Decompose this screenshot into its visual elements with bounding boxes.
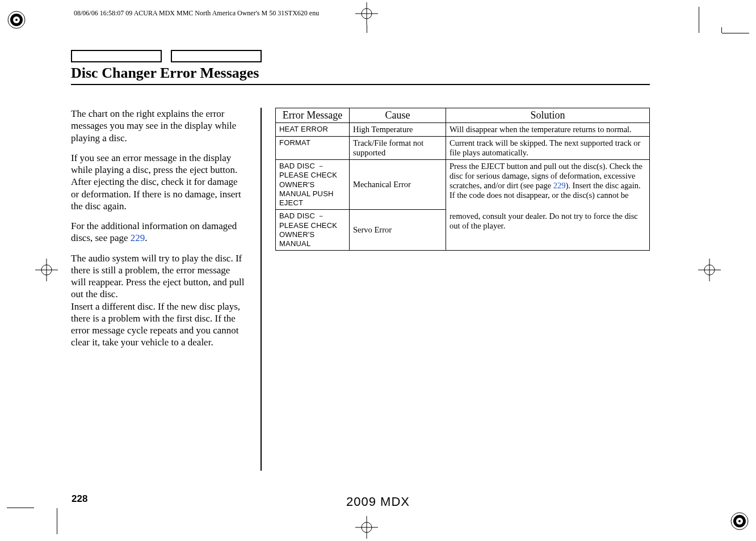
table-row: FORMAT Track/File format not supported C…	[276, 137, 650, 160]
tab-box	[171, 50, 262, 62]
error-message-cell: FORMAT	[276, 137, 350, 160]
page: 08/06/06 16:58:07 09 ACURA MDX MMC North…	[0, 0, 756, 541]
body-column: The chart on the right explains the erro…	[71, 108, 247, 357]
content-area: Disc Changer Error Messages The chart on…	[71, 50, 650, 471]
body-paragraph: For the additional information on damage…	[71, 220, 247, 244]
cause-cell: Mechanical Error	[350, 160, 446, 210]
table-row: BAD DISC － PLEASE CHECK OWNER'S MANUAL P…	[276, 160, 650, 210]
crop-mark-icon	[722, 33, 728, 33]
crosshair-icon	[355, 516, 378, 539]
title-divider	[71, 84, 650, 85]
crop-mark-icon	[57, 508, 57, 534]
footer-model-year: 2009 MDX	[0, 494, 756, 509]
solution-cell: Press the EJECT button and pull out the …	[446, 160, 650, 210]
tab-box	[71, 50, 162, 62]
column-header: Cause	[350, 108, 446, 123]
crosshair-icon	[35, 259, 58, 281]
svg-point-7	[738, 520, 741, 522]
crop-mark-icon	[699, 7, 699, 33]
error-messages-table: Error Message Cause Solution HEAT ERROR …	[275, 108, 650, 251]
section-tabs	[71, 50, 650, 62]
body-text: For the additional information on damage…	[71, 221, 237, 243]
table-header-row: Error Message Cause Solution	[276, 108, 650, 123]
crosshair-icon	[698, 259, 721, 281]
svg-point-3	[15, 19, 18, 21]
columns: The chart on the right explains the erro…	[71, 108, 650, 471]
body-text: .	[145, 233, 147, 243]
print-header-meta: 08/06/06 16:58:07 09 ACURA MDX MMC North…	[74, 9, 319, 18]
error-message-cell: BAD DISC － PLEASE CHECK OWNER'S MANUAL	[276, 210, 350, 251]
table-row: BAD DISC － PLEASE CHECK OWNER'S MANUAL S…	[276, 210, 650, 251]
page-title: Disc Changer Error Messages	[71, 65, 650, 82]
solution-cell: Will disappear when the temperature retu…	[446, 123, 650, 137]
column-header: Solution	[446, 108, 650, 123]
crosshair-icon	[355, 2, 378, 25]
solution-cell: Current track will be skipped. The next …	[446, 137, 650, 160]
registration-mark-icon	[730, 512, 749, 531]
error-message-cell: HEAT ERROR	[276, 123, 350, 137]
body-paragraph: The audio system will try to play the di…	[71, 252, 247, 301]
cause-cell: Servo Error	[350, 210, 446, 251]
table-row: HEAT ERROR High Temperature Will disappe…	[276, 123, 650, 137]
page-reference-link[interactable]: 229	[131, 233, 145, 243]
crop-mark-icon	[367, 25, 367, 33]
column-divider	[261, 108, 262, 471]
page-reference-link[interactable]: 229	[553, 181, 566, 190]
error-message-cell: BAD DISC － PLEASE CHECK OWNER'S MANUAL P…	[276, 160, 350, 210]
solution-cell: removed, consult your dealer. Do not try…	[446, 210, 650, 251]
crop-mark-icon	[721, 27, 722, 33]
body-paragraph: If you see an error message in the displ…	[71, 152, 247, 212]
registration-mark-icon	[7, 10, 26, 29]
body-paragraph: The chart on the right explains the erro…	[71, 108, 247, 144]
cause-cell: High Temperature	[350, 123, 446, 137]
body-paragraph: Insert a different disc. If the new disc…	[71, 301, 247, 349]
column-header: Error Message	[276, 108, 350, 123]
table-column: Error Message Cause Solution HEAT ERROR …	[275, 108, 650, 251]
cause-cell: Track/File format not supported	[350, 137, 446, 160]
